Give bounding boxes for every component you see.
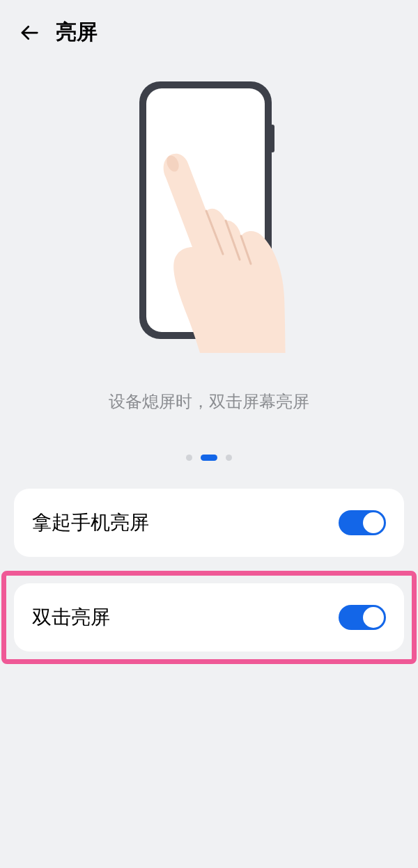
toggle-knob (363, 607, 384, 628)
svg-rect-2 (270, 125, 274, 152)
setting-label: 双击亮屏 (32, 604, 110, 631)
illustration-caption: 设备熄屏时，双击屏幕亮屏 (109, 390, 309, 413)
page-dot-active[interactable] (201, 455, 217, 461)
page-indicator (186, 455, 232, 461)
setting-row-double-tap-wake[interactable]: 双击亮屏 (0, 583, 418, 652)
page-title: 亮屏 (56, 18, 98, 47)
setting-row-raise-to-wake[interactable]: 拿起手机亮屏 (0, 489, 418, 557)
header: 亮屏 (0, 0, 418, 61)
toggle-knob (363, 512, 384, 533)
toggle-switch[interactable] (339, 605, 386, 630)
toggle-switch[interactable] (339, 510, 386, 535)
settings-list: 拿起手机亮屏 双击亮屏 (0, 489, 418, 652)
setting-label: 拿起手机亮屏 (32, 510, 149, 536)
page-dot[interactable] (186, 455, 192, 461)
page-dot[interactable] (226, 455, 232, 461)
illustration-image (111, 81, 307, 353)
back-icon[interactable] (18, 22, 40, 44)
illustration-area: 设备熄屏时，双击屏幕亮屏 (0, 81, 418, 461)
